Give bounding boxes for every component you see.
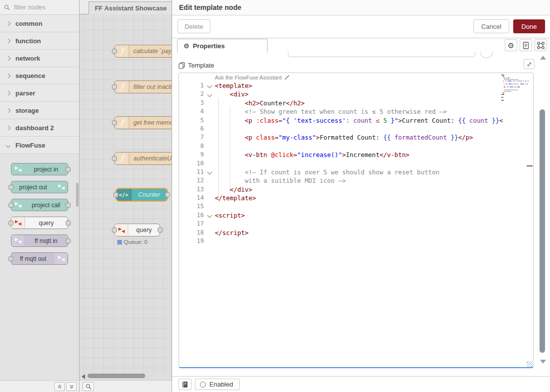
fold-chevron-icon[interactable]	[204, 81, 215, 90]
scroll-left-arrow-icon[interactable]	[82, 374, 85, 379]
horizontal-scrollbar[interactable]	[88, 374, 145, 378]
fold-gutter	[204, 142, 215, 151]
code-line-7[interactable]: 7 <p class="my-class">Formatted Count: {…	[179, 133, 533, 142]
palette-category-sequence[interactable]: sequence	[0, 67, 79, 84]
editor-resize-handle[interactable]	[527, 361, 533, 367]
node-status: Queue: 0	[117, 239, 147, 245]
code-line-19[interactable]: 19	[179, 237, 533, 245]
flow-tab[interactable]: FF Assistant Showcase	[89, 1, 172, 14]
palette-category-function[interactable]: function	[0, 32, 79, 50]
code-line-16[interactable]: 16<script>	[179, 211, 533, 220]
palette-node-project-out[interactable]: project out	[11, 181, 68, 193]
code-lines[interactable]: 1<template>2 <div>3 <h2>Counter</h2>4 <!…	[179, 81, 533, 245]
flow-tab-bar: FF Assistant Showcase	[80, 0, 172, 14]
node-description-button[interactable]	[520, 39, 532, 51]
code-line-6[interactable]: 6	[179, 125, 533, 133]
palette-category-network[interactable]: network	[0, 50, 79, 67]
palette-scrollbar[interactable]	[76, 183, 79, 207]
code-text	[215, 159, 533, 168]
output-port[interactable]	[165, 192, 170, 197]
palette-node-query[interactable]: query	[11, 217, 68, 229]
docs-button[interactable]	[179, 379, 191, 390]
done-button[interactable]: Done	[513, 19, 545, 33]
code-line-8[interactable]: 8	[179, 142, 533, 151]
input-port[interactable]	[112, 228, 117, 233]
scroll-down-arrow-icon[interactable]	[540, 360, 546, 364]
input-port[interactable]	[112, 156, 117, 161]
dialog-vertical-scrollbar[interactable]	[540, 109, 545, 353]
code-line-1[interactable]: 1<template>	[179, 81, 533, 90]
palette-category-storage[interactable]: storage	[0, 102, 79, 119]
palette-sidebar: commonfunctionnetworksequenceparserstora…	[0, 0, 80, 392]
code-line-14[interactable]: 14</template>	[179, 194, 533, 202]
code-line-9[interactable]: 9 <v-btn @click="increase()">Increment</…	[179, 151, 533, 159]
input-port[interactable]	[8, 185, 13, 190]
code-line-15[interactable]: 15	[179, 202, 533, 211]
code-line-4[interactable]: 4 <!— Show green text when count is ≤ 5 …	[179, 107, 533, 116]
output-port[interactable]	[66, 221, 71, 226]
collapse-all-button[interactable]	[54, 382, 65, 391]
function-f-glyph: ƒ	[120, 118, 123, 127]
template-code-editor[interactable]: Ask the FlowFuse Assistant 1<template>2 …	[179, 73, 534, 368]
code-line-17[interactable]: 17	[179, 220, 533, 228]
tab-properties[interactable]: ⚙ Properties	[177, 39, 268, 53]
palette-node-label: ff mqtt in	[24, 237, 68, 244]
palette-search[interactable]	[0, 0, 79, 15]
canvas-node-query[interactable]: query	[114, 224, 160, 236]
code-line-10[interactable]: 10	[179, 159, 533, 168]
node-settings-button[interactable]: ⚙	[505, 39, 517, 51]
palette-category-dashboard-2[interactable]: dashboard 2	[0, 119, 79, 137]
code-line-5[interactable]: 5 <p :class="{ 'text-success': count ≤ 5…	[179, 116, 533, 125]
zoom-navigate-button[interactable]	[83, 382, 94, 391]
palette-node-ff-mqtt-in[interactable]: ff mqtt in	[11, 235, 68, 247]
cancel-button[interactable]: Cancel	[473, 19, 509, 33]
expand-editor-button[interactable]	[524, 59, 535, 69]
fold-chevron-icon[interactable]	[204, 168, 215, 176]
canvas-node-Counter[interactable]: </>Counter	[115, 188, 168, 202]
code-line-3[interactable]: 3 <h2>Counter</h2>	[179, 99, 533, 107]
canvas-node-authenticateU[interactable]: ƒauthenticateU	[114, 152, 172, 165]
input-port[interactable]	[8, 221, 13, 226]
canvas-node-get-free-memo[interactable]: ƒget free memo	[114, 116, 172, 129]
node-appearance-button[interactable]	[535, 39, 547, 51]
output-port[interactable]	[66, 167, 71, 172]
editor-minimap[interactable]	[501, 75, 530, 103]
enabled-toggle-button[interactable]: Enabled	[195, 379, 240, 390]
expand-all-button[interactable]	[66, 382, 77, 391]
palette-node-project-in[interactable]: project in	[11, 163, 68, 175]
palette-category-parser[interactable]: parser	[0, 84, 79, 102]
dialog-button-row: Delete Cancel Done	[172, 15, 550, 38]
flow-canvas-grid[interactable]: ƒcalculate `payƒfilter out inactiƒget fr…	[80, 14, 172, 374]
assistant-hint[interactable]: Ask the FlowFuse Assistant	[215, 75, 290, 80]
input-port[interactable]	[8, 203, 13, 208]
palette-category-FlowFuse[interactable]: FlowFuse	[0, 137, 79, 154]
code-line-13[interactable]: 13 </div>	[179, 185, 533, 194]
output-port[interactable]	[66, 238, 71, 243]
canvas-node-filter-out-inacti[interactable]: ƒfilter out inacti	[114, 80, 172, 93]
canvas-node-calculate-pay[interactable]: ƒcalculate `pay	[114, 45, 172, 58]
code-line-12[interactable]: 12 with a suitible MDI icon —>	[179, 176, 533, 185]
input-port[interactable]	[112, 120, 117, 125]
input-port[interactable]	[113, 192, 118, 197]
palette-node-project-call[interactable]: project call	[11, 199, 68, 211]
output-port[interactable]	[66, 203, 71, 208]
book-icon	[182, 381, 188, 388]
output-port[interactable]	[158, 228, 163, 233]
delete-button[interactable]: Delete	[178, 19, 210, 33]
input-port[interactable]	[8, 256, 13, 261]
code-line-11[interactable]: 11 <!— If count is over 5 we should show…	[179, 168, 533, 176]
palette-category-common[interactable]: common	[0, 15, 79, 32]
code-line-2[interactable]: 2 <div>	[179, 90, 533, 98]
filter-nodes-input[interactable]	[13, 3, 70, 11]
line-number: 8	[179, 142, 204, 151]
flow-canvas: FF Assistant Showcase ƒcalculate `payƒfi…	[80, 0, 172, 392]
palette-category-label: storage	[15, 107, 39, 114]
palette-node-ff-mqtt-out[interactable]: ff mqtt out	[11, 252, 68, 265]
fold-chevron-icon[interactable]	[204, 90, 215, 98]
input-port[interactable]	[112, 49, 117, 54]
input-port[interactable]	[112, 84, 117, 89]
fold-chevron-icon[interactable]	[204, 211, 215, 220]
code-line-18[interactable]: 18</script>	[179, 229, 533, 237]
scroll-up-arrow-icon[interactable]	[540, 56, 546, 60]
fold-gutter	[204, 107, 215, 116]
